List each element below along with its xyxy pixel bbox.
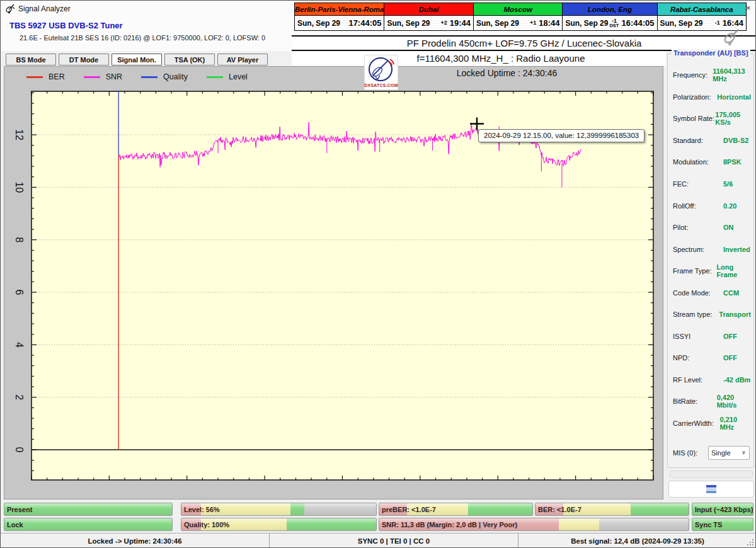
clock-utc-offset: +2 <box>439 20 448 26</box>
transponder-value: CCM <box>723 289 739 297</box>
gauge-level: Level: 56% <box>181 503 377 516</box>
clock-utc-offset: +1 <box>529 20 537 26</box>
clock-date: Sun, Sep 29 <box>297 19 340 28</box>
locked-uptime-text: Locked Uptime : 24:30:46 <box>354 68 660 78</box>
gauge-preber: preBER: <1.0E-7 <box>379 503 533 516</box>
transponder-row: Polarization:Horizontal <box>673 86 751 108</box>
transponder-row: CarrierWidth:0,210 MHz <box>673 413 751 435</box>
svg-text:12: 12 <box>14 129 25 140</box>
clock-time: 17:44:05 <box>348 18 381 28</box>
gauge-ber: BER: <1.0E-7 <box>535 503 689 516</box>
transponder-value: 175,005 KS/s <box>715 111 751 126</box>
close-icon[interactable]: × <box>746 3 751 13</box>
tab-bs-mode[interactable]: BS Mode <box>6 54 56 66</box>
transponder-value: 0.20 <box>723 202 736 210</box>
signal-analyzer-window: Signal Analyzer × TBS 5927 USB DVB-S2 Tu… <box>0 0 756 548</box>
clock-2: MoscowSun, Sep 29+118:44 <box>474 3 563 30</box>
clock-offset-value: +1 <box>530 20 536 26</box>
clock-time: 16:44 <box>723 18 743 28</box>
statusbar-section-0: Locked -> Uptime: 24:30:46 <box>1 534 270 548</box>
legend-label: SNR <box>106 72 122 81</box>
clock-date: Sun, Sep 29 <box>387 19 430 28</box>
window-title: Signal Analyzer <box>18 4 71 13</box>
clock-city-label: London, Eng <box>563 3 656 16</box>
tab-signal-mon-[interactable]: Signal Mon. <box>112 54 162 66</box>
transponder-row: RollOff:0.20 <box>673 195 751 217</box>
transponder-value: Inverted <box>723 246 750 253</box>
tab-tsa-ok-[interactable]: TSA (OK) <box>164 54 215 66</box>
transponder-label: FEC: <box>673 180 723 188</box>
transponder-label: Spectrum: <box>673 246 723 253</box>
transponder-label: Frame Type: <box>673 267 716 275</box>
transponder-label: Code Mode: <box>673 289 723 297</box>
tab-av-player[interactable]: AV Player <box>217 54 268 66</box>
satellite-dish-icon <box>5 3 16 14</box>
legend-item-quality: Quality <box>141 72 188 81</box>
clock-offset-value: +2 <box>440 20 447 26</box>
transponder-value: 8PSK <box>723 158 742 166</box>
transponder-row: Frame Type:Long Frame <box>673 260 751 282</box>
transponder-value: DVB-S2 <box>723 137 748 144</box>
transponder-row: Stream type:Transport <box>673 304 751 326</box>
clock-time-row: Sun, Sep 2917:44:05 <box>295 16 384 30</box>
gauge-label: preBER: <1.0E-7 <box>382 506 436 513</box>
transponder-value: 11604,313 MHz <box>713 67 751 83</box>
resize-grip[interactable] <box>747 539 754 546</box>
legend-swatch <box>207 76 223 78</box>
legend-item-ber: BER <box>26 72 65 81</box>
clock-1: DubaiSun, Sep 29+219:44 <box>384 3 473 30</box>
stream-list-button[interactable] <box>668 481 754 498</box>
tab-dt-mode[interactable]: DT Mode <box>59 54 109 66</box>
statusbar-section-2: Best signal: 12,4 dB (2024-09-29 13:35) <box>518 534 756 548</box>
transponder-label: Standard: <box>673 137 723 144</box>
chevron-down-icon: ▼ <box>741 450 747 456</box>
transponder-label: NPD: <box>673 354 723 362</box>
gauge-snr: SNR: 11,3 dB (Margin: 2,0 dB | Very Poor… <box>379 518 689 531</box>
gauge-present: Present <box>4 503 173 516</box>
transponder-value: Transport <box>719 311 751 318</box>
svg-text:2: 2 <box>14 394 25 400</box>
chart-plot[interactable]: 024681012 <box>6 86 664 496</box>
transponder-label: RollOff: <box>673 202 723 210</box>
legend-item-snr: SNR <box>84 72 122 81</box>
clock-time: 18:44 <box>539 18 559 28</box>
transponder-label: CarrierWidth: <box>673 420 719 427</box>
clock-date: Sun, Sep 29 <box>476 19 519 28</box>
mis-dropdown[interactable]: Single ▼ <box>708 446 750 460</box>
chart-tooltip: 2024-09-29 12.15.00, value: 12,399999618… <box>478 129 644 142</box>
gauge-label: SNR: 11,3 dB (Margin: 2,0 dB | Very Poor… <box>382 521 517 528</box>
gauge-quality: Quality: 100% <box>181 518 377 531</box>
chart-legend: BERSNRQualityLevel <box>26 72 248 81</box>
legend-label: Quality <box>163 72 188 81</box>
transponder-value: Long Frame <box>716 263 751 278</box>
transponder-value: 5/6 <box>723 180 733 188</box>
transponder-row: RF Level:-42 dBm <box>673 369 751 391</box>
transponder-label: BitRate: <box>673 397 717 405</box>
clock-0: Berlin-Paris-Vienna-RomaSun, Sep 2917:44… <box>295 3 384 30</box>
clock-time-row: Sun, Sep 29+118:44 <box>474 16 562 30</box>
gauge-lock: Lock <box>4 518 173 531</box>
gauge-label: Input (~423 Kbps) <box>695 506 753 513</box>
transponder-value: OFF <box>723 354 737 362</box>
mis-label: MIS (0): <box>673 449 708 457</box>
transponder-row: Standard:DVB-S2 <box>673 130 751 152</box>
clock-3: London, EngSun, Sep 29-1DST16:44:05 <box>563 3 657 30</box>
legend-swatch <box>26 76 43 78</box>
svg-text:0: 0 <box>14 447 25 453</box>
transponder-row: Symbol Rate:175,005 KS/s <box>673 108 751 130</box>
clock-date: Sun, Sep 29 <box>565 19 608 28</box>
transponder-row: NPD:OFF <box>673 347 751 369</box>
transponder-row: Spectrum:Inverted <box>673 238 751 260</box>
gauge-label: Lock <box>7 521 23 528</box>
transponder-row: Pilot:ON <box>673 217 751 239</box>
legend-label: BER <box>49 72 65 81</box>
clock-time: 19:44 <box>450 18 471 28</box>
clock-time-row: Sun, Sep 29+219:44 <box>384 16 472 30</box>
svg-text:8: 8 <box>14 237 25 243</box>
gauge-label: Present <box>7 506 32 513</box>
transponder-value: ON <box>723 224 734 231</box>
clock-city-label: Moscow <box>474 3 562 16</box>
clock-4: Rabat-CasablancaSun, Sep 29-116:44 <box>658 3 746 30</box>
legend-swatch <box>84 76 100 78</box>
mis-value: Single <box>711 449 731 457</box>
